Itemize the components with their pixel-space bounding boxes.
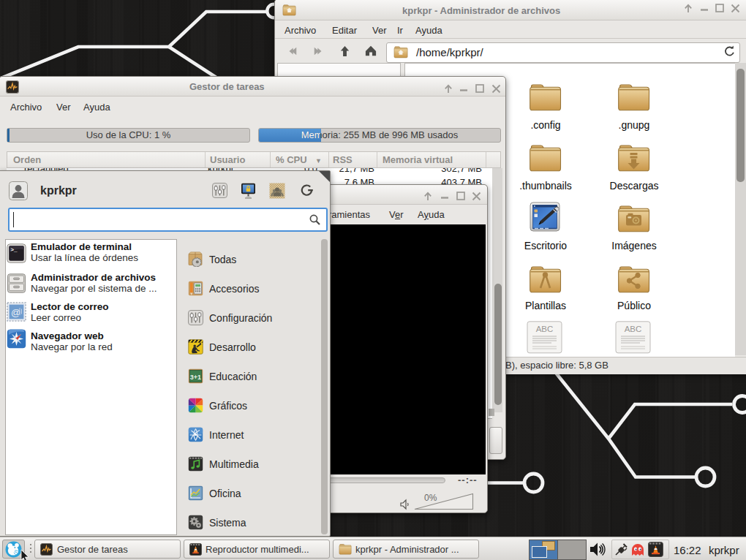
svg-text:3+1: 3+1: [190, 374, 201, 381]
svg-text:ABC: ABC: [625, 325, 642, 333]
svg-text:>_: >_: [11, 247, 18, 253]
svg-text:@: @: [11, 307, 20, 318]
svg-text:ABC: ABC: [536, 325, 554, 333]
